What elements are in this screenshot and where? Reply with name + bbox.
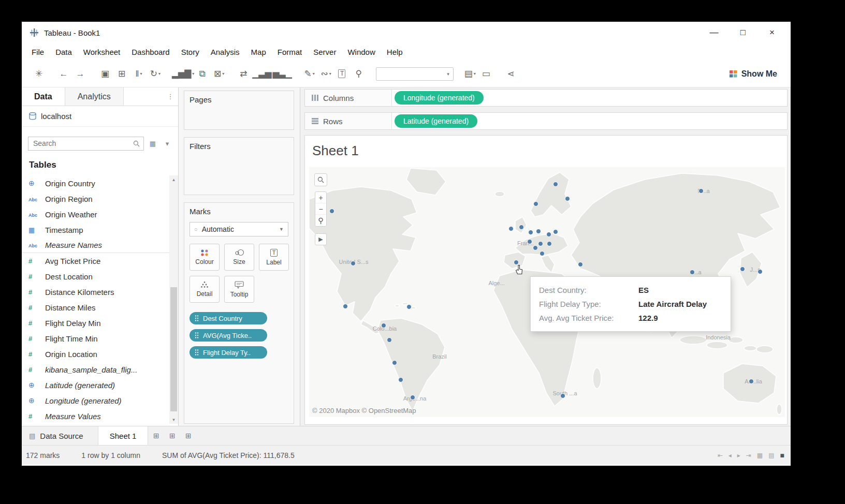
show-hide-cards-icon[interactable]: ▤▾: [462, 65, 478, 83]
filters-shelf[interactable]: Filters: [184, 137, 294, 195]
toolbar-separator[interactable]: [48, 65, 56, 83]
map-mark[interactable]: [392, 360, 397, 365]
map-mark[interactable]: [533, 245, 538, 250]
data-source-tab[interactable]: ▤ Data Source: [22, 426, 98, 445]
mark-labels-icon[interactable]: T: [334, 65, 351, 83]
highlight-icon[interactable]: ✎▾: [301, 65, 318, 83]
map-mark[interactable]: [406, 304, 412, 309]
share-icon[interactable]: ⋖: [503, 65, 520, 83]
last-page-icon[interactable]: ⇥: [746, 452, 751, 459]
toolbar-separator[interactable]: [495, 65, 503, 83]
new-story-tab-icon[interactable]: ⊞: [180, 426, 196, 445]
search-input[interactable]: [32, 139, 133, 148]
field-row[interactable]: Avg Ticket Price: [22, 253, 169, 269]
duplicate-icon[interactable]: ⧉: [194, 65, 211, 83]
field-row[interactable]: kibana_sample_data_flig...: [22, 362, 169, 377]
field-row[interactable]: Flight Delay Min: [22, 315, 169, 331]
map-mark[interactable]: [553, 182, 558, 187]
close-button[interactable]: ×: [757, 22, 786, 43]
data-source-connection[interactable]: localhost: [22, 106, 178, 127]
map-mark[interactable]: [410, 395, 415, 400]
map-mark[interactable]: [740, 266, 745, 272]
marks-pill[interactable]: AVG(Avg Ticke..: [190, 329, 267, 342]
save-icon[interactable]: ▣: [97, 65, 114, 83]
menu-help[interactable]: Help: [381, 48, 409, 56]
field-row[interactable]: Latitude (generated): [22, 377, 169, 393]
map-mark[interactable]: [538, 241, 543, 246]
prev-page-icon[interactable]: ◂: [729, 452, 732, 459]
pane-menu-icon[interactable]: ⋮: [163, 87, 178, 106]
map-mark[interactable]: [553, 229, 558, 234]
scroll-down-icon[interactable]: ▼: [169, 416, 178, 424]
clear-sheet-icon[interactable]: ⊠▾: [211, 65, 227, 83]
redo-icon[interactable]: →: [72, 65, 89, 83]
map-mark[interactable]: [578, 262, 583, 267]
map-mark[interactable]: [560, 393, 565, 398]
map-mark[interactable]: [749, 379, 754, 384]
map-mark[interactable]: [698, 188, 704, 194]
rows-pill[interactable]: Latitude (generated): [395, 114, 477, 128]
fix-axes-icon[interactable]: ⚲: [351, 65, 368, 83]
map-mark[interactable]: [381, 323, 386, 328]
scroll-up-icon[interactable]: ▲: [169, 175, 178, 184]
label-button[interactable]: T Label: [259, 244, 289, 271]
menu-analysis[interactable]: Analysis: [205, 48, 245, 56]
map-mark[interactable]: [690, 270, 695, 275]
map-mark[interactable]: [533, 201, 538, 206]
menu-format[interactable]: Format: [272, 48, 308, 56]
map-mark[interactable]: [519, 225, 524, 230]
map-mark[interactable]: [387, 337, 392, 343]
presentation-mode-icon[interactable]: ▭: [478, 65, 495, 83]
scrollbar-thumb[interactable]: [170, 287, 177, 411]
map-mark[interactable]: [546, 232, 551, 237]
grid-view-icon[interactable]: ▦: [757, 452, 763, 459]
marks-pill[interactable]: Flight Delay Ty..: [190, 346, 267, 359]
field-row[interactable]: Distance Kilometers: [22, 284, 169, 300]
map-pin-button[interactable]: ⚲: [315, 215, 326, 226]
menu-file[interactable]: File: [26, 48, 50, 56]
mark-type-dropdown[interactable]: ○ Automatic ▼: [190, 222, 288, 236]
maximize-button[interactable]: □: [729, 22, 757, 43]
new-dashboard-tab-icon[interactable]: ⊞: [164, 426, 180, 445]
next-page-icon[interactable]: ▸: [737, 452, 740, 459]
map-mark[interactable]: [565, 196, 570, 201]
field-row[interactable]: Measure Names: [22, 238, 169, 253]
field-row[interactable]: Origin Weather: [22, 206, 169, 222]
marks-pill[interactable]: Dest Country: [190, 312, 267, 324]
colour-button[interactable]: Colour: [190, 244, 220, 271]
map-mark[interactable]: [536, 229, 541, 234]
menu-window[interactable]: Window: [342, 48, 381, 56]
group-icon[interactable]: ∾▾: [318, 65, 334, 83]
tab-data[interactable]: Data: [22, 87, 65, 106]
field-row[interactable]: Measure Values: [22, 408, 169, 424]
size-button[interactable]: Size: [224, 244, 254, 271]
map-search-button[interactable]: [314, 173, 327, 186]
tooltip-button[interactable]: Tooltip: [224, 276, 254, 303]
refresh-icon[interactable]: ↻▾: [147, 65, 164, 83]
new-worksheet-tab-icon[interactable]: ⊞: [148, 426, 164, 445]
map-mark[interactable]: [527, 239, 532, 244]
map-expand-button[interactable]: ▶: [315, 233, 327, 245]
show-me-button[interactable]: Show Me: [730, 69, 777, 79]
map-mark[interactable]: [508, 226, 514, 231]
menu-map[interactable]: Map: [245, 48, 272, 56]
current-view-icon[interactable]: ■: [780, 451, 784, 459]
fit-dropdown[interactable]: ▾: [376, 67, 454, 81]
map-mark[interactable]: [528, 230, 533, 235]
map-mark[interactable]: [329, 209, 334, 214]
sheet1-tab[interactable]: Sheet 1: [98, 426, 149, 445]
sheet-view-icon[interactable]: ▤: [768, 452, 774, 459]
menu-data[interactable]: Data: [50, 48, 78, 56]
minimize-button[interactable]: —: [700, 22, 729, 43]
fields-scrollbar[interactable]: ▲ ▼: [169, 175, 178, 424]
map-mark[interactable]: [547, 241, 552, 246]
map-mark[interactable]: [540, 251, 545, 256]
field-row[interactable]: Dest Location: [22, 269, 169, 284]
zoom-out-button[interactable]: −: [315, 203, 326, 215]
field-row[interactable]: Origin Location: [22, 346, 169, 362]
tab-analytics[interactable]: Analytics: [65, 87, 124, 106]
zoom-in-button[interactable]: +: [315, 192, 326, 203]
columns-shelf[interactable]: Columns Longitude (generated): [304, 89, 788, 107]
map-mark[interactable]: [343, 304, 348, 309]
undo-icon[interactable]: ←: [56, 65, 72, 83]
